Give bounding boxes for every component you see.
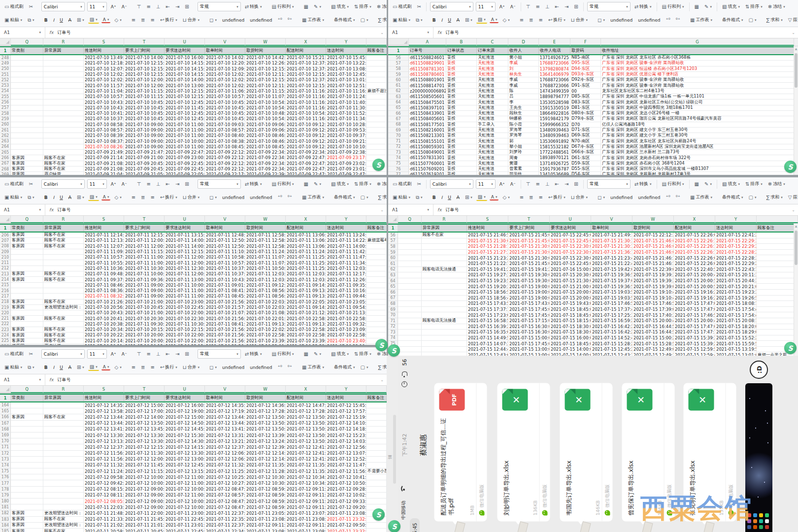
sum-button[interactable]: ∑求和▾ xyxy=(765,16,784,24)
header-cell[interactable]: 收件人电话 xyxy=(539,47,570,54)
cell[interactable] xyxy=(11,294,43,299)
freeze-button[interactable]: ❄冻结▾ xyxy=(766,3,787,10)
cell[interactable]: d611508433901 xyxy=(409,111,446,116)
header-cell[interactable]: 推送时间 xyxy=(84,47,124,54)
cell[interactable]: 2021-07-09 22:47:27 xyxy=(286,161,326,166)
cell[interactable]: 2021-07-12 13:44:55 xyxy=(205,414,245,420)
header-cell[interactable]: 取单时间 xyxy=(205,47,245,54)
cell[interactable]: 2021-07-15 17:37:49 xyxy=(591,307,632,313)
column-letter[interactable]: R xyxy=(43,216,84,223)
cell[interactable]: 2021-07-10 20:41:35 xyxy=(84,316,124,321)
wrap-button[interactable]: ↩换行▾ xyxy=(159,364,179,371)
cell[interactable]: 2021-07-10 23:09:44 xyxy=(326,327,366,332)
cell[interactable]: 2021-07-15 21:00:00 xyxy=(550,284,591,290)
cell[interactable]: 2021-07-15 19:39:38 xyxy=(632,272,674,278)
cell[interactable]: 2021-07-10 10:54:32 xyxy=(245,105,286,111)
cell[interactable]: 2021-07-11 09:13:41 xyxy=(286,322,326,327)
convert-button[interactable]: ⇄转换▾ xyxy=(633,180,653,188)
cell[interactable]: 2021-07-12 13:45:00 xyxy=(124,427,165,432)
cell[interactable]: 2021-07-10 21:00:00 xyxy=(124,310,165,316)
cell[interactable] xyxy=(43,128,84,133)
cell[interactable] xyxy=(11,468,43,474)
cell[interactable]: 2021-07-15 20:00:43 xyxy=(632,318,674,324)
cell[interactable] xyxy=(366,111,387,116)
column-letter[interactable] xyxy=(757,216,798,223)
cell[interactable] xyxy=(366,316,387,321)
cell[interactable]: 2021-07-10 11:16:27 xyxy=(286,94,326,100)
cell[interactable]: 顾客不在家 xyxy=(43,166,84,172)
cell[interactable]: 15915350519 xyxy=(539,105,570,111)
rows-cols-button[interactable]: ▤行和列▾ xyxy=(270,350,296,358)
cell[interactable]: 2021-07-12 11:32:31 xyxy=(205,463,245,468)
cell[interactable] xyxy=(757,233,798,238)
column-letter[interactable]: W xyxy=(632,216,674,223)
cell[interactable]: 2021-07-12 15:19:28 xyxy=(326,414,366,420)
cell[interactable] xyxy=(11,83,43,88)
select-all-corner[interactable] xyxy=(0,216,11,223)
cell[interactable] xyxy=(11,451,43,457)
cell[interactable]: 2021-07-11 08:32:25 xyxy=(84,294,124,299)
cell[interactable]: 2021-07-09 22:12:12 xyxy=(205,161,245,166)
cell[interactable]: 广东省 深圳 龙岗区 恒运楼 赤石岗小区347号1203 xyxy=(601,66,794,72)
cell[interactable] xyxy=(43,402,84,408)
cell[interactable]: 2021-07-12 11:15:00 xyxy=(124,468,165,474)
row-header[interactable]: 214 xyxy=(0,277,11,282)
cell[interactable]: 2021-07-09 22:12:15 xyxy=(205,166,245,172)
cell[interactable]: 2021-07-15 21:46:06 xyxy=(632,238,674,244)
cell[interactable]: 天虹推送 xyxy=(477,172,508,175)
cell[interactable]: 2021-07-10 21:56:31 xyxy=(205,327,245,332)
rows-cols-button[interactable]: ▤行和列▾ xyxy=(270,180,296,188)
column-letter[interactable]: S xyxy=(467,216,508,223)
table-style-button[interactable]: ▢▾ xyxy=(359,17,370,23)
cell[interactable]: 2021-07-12 13:41:29 xyxy=(84,427,124,432)
decimal-decrease-icon[interactable]: ⁰⁺ xyxy=(286,17,294,23)
cell[interactable]: 黄小姐 xyxy=(508,55,539,61)
cell[interactable]: 2021-07-15 19:39:35 xyxy=(632,278,674,284)
cell[interactable] xyxy=(366,322,387,327)
cell[interactable]: 2021-07-12 14:10:17 xyxy=(326,421,366,427)
cell[interactable]: 2021-07-12 12:14:25 xyxy=(245,457,286,463)
cell[interactable] xyxy=(43,55,84,61)
cell[interactable]: 商户缺货 xyxy=(43,172,84,175)
cell[interactable]: 2021-07-10 10:45:33 xyxy=(205,105,245,111)
cell[interactable] xyxy=(11,122,43,128)
cell[interactable] xyxy=(398,330,422,335)
freeze-button[interactable]: ❄冻结▾ xyxy=(375,350,387,358)
row-header[interactable]: 252 xyxy=(0,77,11,83)
cell[interactable] xyxy=(366,72,387,77)
row-header[interactable]: 183 xyxy=(0,517,11,523)
select-all-corner[interactable] xyxy=(388,216,398,223)
pen-style-icon[interactable]: ✎▾ xyxy=(703,181,713,187)
cell[interactable]: 妥投 xyxy=(446,138,477,144)
cell[interactable]: 妥投 xyxy=(446,116,477,122)
cell[interactable]: 2021-07-15 13:19:56 xyxy=(715,347,757,353)
name-box[interactable]: A1▾ xyxy=(388,204,433,215)
cell[interactable]: 2021-07-09 22:34:25 xyxy=(245,161,286,166)
cell[interactable]: 2021-07-11 09:13:22 xyxy=(286,288,326,294)
column-letter[interactable]: Q xyxy=(11,38,43,46)
cell[interactable]: 2021-07-12 09:42:20 xyxy=(84,480,124,486)
cell[interactable] xyxy=(11,480,43,486)
format-painter-button[interactable]: ▭格式刷 xyxy=(3,3,25,10)
cell[interactable]: 2021-07-10 09:03:31 xyxy=(205,122,245,128)
conditional-format-button[interactable]: 条件格式▾ xyxy=(332,16,357,24)
copy-icon[interactable]: ⧉▾ xyxy=(26,364,36,371)
indent-decrease-icon[interactable]: ⇤ xyxy=(554,181,561,187)
cell[interactable] xyxy=(11,55,43,61)
cell[interactable] xyxy=(757,290,798,296)
pen-style-icon[interactable]: ✎▾ xyxy=(312,3,323,10)
align-bottom-icon[interactable]: ⊥ xyxy=(544,3,551,10)
cell[interactable]: 2021-07-10 11:15:00 xyxy=(124,89,165,94)
cell[interactable]: 2021-07-12 15:23:21 xyxy=(326,432,366,438)
cell[interactable]: 2021-07-12 13:58:50 xyxy=(84,408,124,414)
cell[interactable]: 2021-07-12 10:34:13 xyxy=(286,474,326,480)
cell[interactable]: 2021-07-15 17:54:48 xyxy=(715,312,757,318)
cell[interactable]: 2021-07-15 22:29:34 xyxy=(715,238,757,244)
cell[interactable] xyxy=(11,421,43,427)
cell[interactable]: 2021-07-10 11:16:35 xyxy=(286,116,326,122)
cell[interactable]: 广东省 深圳 龙岗区 龙东社区 龙东社区兴桥路24号 xyxy=(601,138,794,144)
cell[interactable]: 2021-07-12 13:41:49 xyxy=(205,427,245,432)
conditional-format-button[interactable]: 条件格式▾ xyxy=(332,364,357,371)
cell[interactable] xyxy=(422,255,467,261)
cell[interactable]: 2021-07-12 09:00:00 xyxy=(124,504,165,510)
